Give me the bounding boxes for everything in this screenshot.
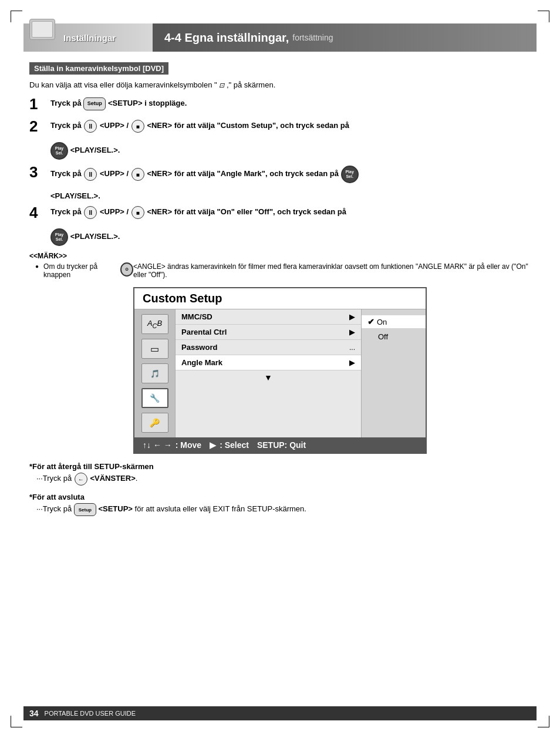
ner-button: ■ (131, 120, 144, 133)
menu-arrow-mmcsd: ▶ (349, 312, 355, 321)
header-bar: Inställningar 4-4 Egna inställningar, fo… (23, 23, 537, 52)
footer-note-back: *För att återgå till SETUP-skärmen ···Tr… (29, 462, 531, 486)
sidebar-icon-wrench: 🔧 (141, 388, 168, 408)
setup-box-body: ACB ▭ 🎵 🔧 🔑 MMC/SD ▶ (134, 309, 426, 437)
select-arrow: ▶ (210, 440, 216, 450)
page-number-bar: 34 PORTABLE DVD USER GUIDE (23, 706, 537, 720)
camera-icon-symbol: ⊡ (219, 82, 224, 89)
header-icon (29, 19, 55, 40)
ner-button-3: ■ (131, 168, 144, 181)
setup-quit-label: SETUP: Quit (257, 440, 306, 450)
step-1-content: Tryck på Setup <SETUP> i stoppläge. (50, 97, 531, 110)
page-number: 34 (29, 709, 39, 718)
step-2-number: 2 (29, 119, 50, 134)
footer-exit-title: *För att avsluta (29, 493, 531, 501)
submenu-row-off: Off (362, 331, 426, 343)
remark-label: <<MÄRK>> (29, 252, 531, 260)
corner-mark-tl (11, 11, 22, 22)
menu-label-parental: Parental Ctrl (181, 328, 346, 336)
step-1-number: 1 (29, 96, 50, 112)
step-3: 3 Tryck på II <UPP> / ■ <NER> för att vä… (29, 166, 531, 183)
step-2-content: Tryck på II <UPP> / ■ <NER> för att välj… (50, 120, 531, 133)
sidebar-icon-screen: ▭ (141, 339, 168, 359)
sidebar-icon-ab: ACB (141, 314, 168, 334)
step-4: 4 Tryck på II <UPP> / ■ <NER> för att vä… (29, 206, 531, 220)
angle-button: ⊙ (120, 262, 133, 277)
up-button-3: II (84, 168, 97, 181)
move-arrows: ↑↓ ← → (143, 440, 172, 450)
setup-submenu: ✔ On Off (361, 309, 426, 437)
corner-mark-br (538, 716, 549, 727)
wrench-icon: 🔧 (150, 393, 160, 403)
left-button: ← (75, 473, 87, 486)
down-arrow-icon: ▼ (264, 373, 272, 382)
menu-label-anglemark: Angle Mark (181, 358, 346, 367)
footer-note-exit: *För att avsluta ···Tryck på Setup <SETU… (29, 493, 531, 516)
music-icon: 🎵 (150, 369, 160, 378)
play-sel-button-3: PlaySel. (341, 166, 359, 183)
submenu-label-off: Off (378, 332, 388, 341)
section-desc: Du kan välja att visa eller dölja kamera… (29, 80, 531, 89)
key-icon: 🔑 (150, 418, 160, 427)
setup-button: Setup (83, 97, 106, 110)
ner-button-4: ■ (131, 206, 144, 219)
step-2: 2 Tryck på II <UPP> / ■ <NER> för att vä… (29, 120, 531, 134)
step-3-extra: <PLAY/SEL.>. (29, 191, 531, 200)
submenu-label-on: On (377, 318, 387, 326)
step-4-number: 4 (29, 205, 50, 220)
submenu-row-on: ✔ On (362, 315, 426, 328)
up-button-4: II (84, 206, 97, 219)
menu-label-password: Password (181, 343, 346, 352)
play-sel-button-2: PlaySel. (50, 142, 68, 160)
section-heading: Ställa in kameravinkelsymbol [DVD] (29, 62, 168, 75)
sidebar-icon-music: 🎵 (141, 363, 168, 383)
page-content: Ställa in kameravinkelsymbol [DVD] Du ka… (29, 62, 531, 516)
check-icon: ✔ (367, 317, 375, 326)
menu-label-mmcsd: MMC/SD (181, 312, 346, 321)
menu-row-parental: Parental Ctrl ▶ (176, 325, 361, 340)
header-right: 4-4 Egna inställningar, fortsättning (153, 23, 537, 52)
menu-row-password: Password ... (176, 340, 361, 355)
step-2-extra: PlaySel. <PLAY/SEL.>. (29, 142, 531, 160)
step-4-content: Tryck på II <UPP> / ■ <NER> för att välj… (50, 206, 531, 219)
play-sel-button-4: PlaySel. (50, 228, 68, 246)
header-left-label: Inställningar (63, 33, 116, 43)
move-label: : Move (176, 440, 201, 450)
header-left: Inställningar (23, 23, 153, 52)
ab-icon: ACB (147, 319, 162, 329)
menu-dots-password: ... (349, 343, 355, 352)
page-label: PORTABLE DVD USER GUIDE (45, 710, 136, 717)
setup-box-title: Custom Setup (134, 288, 426, 309)
footer-exit-body: ···Tryck på Setup <SETUP> för att avslut… (29, 503, 531, 516)
setup-sidebar: ACB ▭ 🎵 🔧 🔑 (134, 309, 176, 437)
setup-menu: MMC/SD ▶ Parental Ctrl ▶ Password ... An… (176, 309, 361, 437)
footer-back-body: ···Tryck på ← <VÄNSTER>. (29, 473, 531, 486)
menu-row-anglemark: Angle Mark ▶ (176, 355, 361, 370)
header-subtitle: fortsättning (292, 33, 333, 42)
menu-down-row: ▼ (176, 370, 361, 385)
sidebar-icon-key: 🔑 (141, 413, 168, 433)
remark-item: Om du trycker på knappen ⊙ <ANGLE> ändra… (29, 262, 531, 279)
up-button: II (84, 120, 97, 133)
select-label: : Select (220, 440, 249, 450)
setup-button-exit: Setup (74, 503, 96, 516)
footer-back-title: *För att återgå till SETUP-skärmen (29, 462, 531, 471)
menu-arrow-parental: ▶ (349, 328, 355, 336)
screen-icon: ▭ (150, 343, 159, 355)
custom-setup-box: Custom Setup ACB ▭ 🎵 🔧 🔑 (133, 287, 427, 454)
header-title: 4-4 Egna inställningar, (164, 31, 289, 45)
step-3-content: Tryck på II <UPP> / ■ <NER> för att välj… (50, 166, 531, 183)
header-icon-inner (32, 21, 53, 38)
step-3-number: 3 (29, 164, 50, 180)
menu-row-mmcsd: MMC/SD ▶ (176, 309, 361, 325)
corner-mark-tr (538, 11, 549, 22)
corner-mark-bl (11, 716, 22, 727)
menu-arrow-anglemark: ▶ (349, 358, 355, 367)
step-1: 1 Tryck på Setup <SETUP> i stoppläge. (29, 97, 531, 112)
step-4-extra: PlaySel. <PLAY/SEL.>. (29, 228, 531, 246)
setup-bottom-bar: ↑↓ ← → : Move ▶ : Select SETUP: Quit (134, 437, 426, 453)
